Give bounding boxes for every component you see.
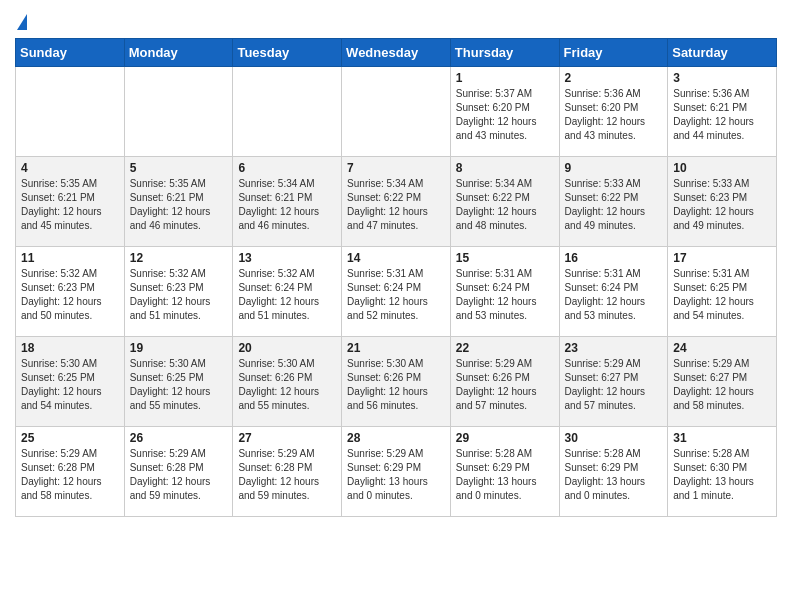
day-info: Sunrise: 5:29 AM Sunset: 6:28 PM Dayligh…: [238, 447, 336, 503]
calendar-week-row: 25Sunrise: 5:29 AM Sunset: 6:28 PM Dayli…: [16, 427, 777, 517]
calendar-day-cell: 13Sunrise: 5:32 AM Sunset: 6:24 PM Dayli…: [233, 247, 342, 337]
day-number: 28: [347, 431, 445, 445]
calendar-day-cell: 10Sunrise: 5:33 AM Sunset: 6:23 PM Dayli…: [668, 157, 777, 247]
day-number: 13: [238, 251, 336, 265]
calendar-day-cell: [233, 67, 342, 157]
header: [15, 10, 777, 32]
calendar-day-cell: 4Sunrise: 5:35 AM Sunset: 6:21 PM Daylig…: [16, 157, 125, 247]
calendar-week-row: 1Sunrise: 5:37 AM Sunset: 6:20 PM Daylig…: [16, 67, 777, 157]
calendar-day-cell: 9Sunrise: 5:33 AM Sunset: 6:22 PM Daylig…: [559, 157, 668, 247]
weekday-header-cell: Saturday: [668, 39, 777, 67]
calendar-day-cell: 14Sunrise: 5:31 AM Sunset: 6:24 PM Dayli…: [342, 247, 451, 337]
calendar-day-cell: 21Sunrise: 5:30 AM Sunset: 6:26 PM Dayli…: [342, 337, 451, 427]
calendar-day-cell: 23Sunrise: 5:29 AM Sunset: 6:27 PM Dayli…: [559, 337, 668, 427]
day-info: Sunrise: 5:29 AM Sunset: 6:26 PM Dayligh…: [456, 357, 554, 413]
calendar-day-cell: 3Sunrise: 5:36 AM Sunset: 6:21 PM Daylig…: [668, 67, 777, 157]
day-info: Sunrise: 5:29 AM Sunset: 6:27 PM Dayligh…: [565, 357, 663, 413]
day-number: 3: [673, 71, 771, 85]
day-number: 2: [565, 71, 663, 85]
calendar-day-cell: 1Sunrise: 5:37 AM Sunset: 6:20 PM Daylig…: [450, 67, 559, 157]
day-info: Sunrise: 5:36 AM Sunset: 6:21 PM Dayligh…: [673, 87, 771, 143]
day-info: Sunrise: 5:34 AM Sunset: 6:21 PM Dayligh…: [238, 177, 336, 233]
weekday-header-row: SundayMondayTuesdayWednesdayThursdayFrid…: [16, 39, 777, 67]
calendar-body: 1Sunrise: 5:37 AM Sunset: 6:20 PM Daylig…: [16, 67, 777, 517]
weekday-header-cell: Monday: [124, 39, 233, 67]
calendar-day-cell: 6Sunrise: 5:34 AM Sunset: 6:21 PM Daylig…: [233, 157, 342, 247]
page: SundayMondayTuesdayWednesdayThursdayFrid…: [0, 0, 792, 527]
calendar-day-cell: 27Sunrise: 5:29 AM Sunset: 6:28 PM Dayli…: [233, 427, 342, 517]
weekday-header-cell: Wednesday: [342, 39, 451, 67]
day-number: 11: [21, 251, 119, 265]
day-number: 1: [456, 71, 554, 85]
day-number: 6: [238, 161, 336, 175]
day-info: Sunrise: 5:31 AM Sunset: 6:24 PM Dayligh…: [456, 267, 554, 323]
calendar-week-row: 11Sunrise: 5:32 AM Sunset: 6:23 PM Dayli…: [16, 247, 777, 337]
day-info: Sunrise: 5:28 AM Sunset: 6:30 PM Dayligh…: [673, 447, 771, 503]
day-number: 30: [565, 431, 663, 445]
calendar-day-cell: 26Sunrise: 5:29 AM Sunset: 6:28 PM Dayli…: [124, 427, 233, 517]
day-number: 9: [565, 161, 663, 175]
weekday-header-cell: Friday: [559, 39, 668, 67]
calendar-day-cell: 15Sunrise: 5:31 AM Sunset: 6:24 PM Dayli…: [450, 247, 559, 337]
calendar-day-cell: 18Sunrise: 5:30 AM Sunset: 6:25 PM Dayli…: [16, 337, 125, 427]
day-info: Sunrise: 5:35 AM Sunset: 6:21 PM Dayligh…: [130, 177, 228, 233]
calendar-day-cell: 12Sunrise: 5:32 AM Sunset: 6:23 PM Dayli…: [124, 247, 233, 337]
day-number: 16: [565, 251, 663, 265]
day-number: 19: [130, 341, 228, 355]
day-number: 18: [21, 341, 119, 355]
day-info: Sunrise: 5:35 AM Sunset: 6:21 PM Dayligh…: [21, 177, 119, 233]
calendar-day-cell: [342, 67, 451, 157]
day-info: Sunrise: 5:31 AM Sunset: 6:25 PM Dayligh…: [673, 267, 771, 323]
day-info: Sunrise: 5:32 AM Sunset: 6:23 PM Dayligh…: [130, 267, 228, 323]
day-info: Sunrise: 5:33 AM Sunset: 6:22 PM Dayligh…: [565, 177, 663, 233]
day-number: 24: [673, 341, 771, 355]
calendar-day-cell: [124, 67, 233, 157]
weekday-header-cell: Thursday: [450, 39, 559, 67]
day-info: Sunrise: 5:31 AM Sunset: 6:24 PM Dayligh…: [347, 267, 445, 323]
day-info: Sunrise: 5:30 AM Sunset: 6:25 PM Dayligh…: [130, 357, 228, 413]
day-number: 17: [673, 251, 771, 265]
day-number: 20: [238, 341, 336, 355]
calendar-week-row: 4Sunrise: 5:35 AM Sunset: 6:21 PM Daylig…: [16, 157, 777, 247]
day-number: 14: [347, 251, 445, 265]
day-number: 10: [673, 161, 771, 175]
calendar-day-cell: 8Sunrise: 5:34 AM Sunset: 6:22 PM Daylig…: [450, 157, 559, 247]
day-number: 8: [456, 161, 554, 175]
day-number: 21: [347, 341, 445, 355]
day-info: Sunrise: 5:32 AM Sunset: 6:23 PM Dayligh…: [21, 267, 119, 323]
calendar-week-row: 18Sunrise: 5:30 AM Sunset: 6:25 PM Dayli…: [16, 337, 777, 427]
calendar-day-cell: 16Sunrise: 5:31 AM Sunset: 6:24 PM Dayli…: [559, 247, 668, 337]
calendar-day-cell: 29Sunrise: 5:28 AM Sunset: 6:29 PM Dayli…: [450, 427, 559, 517]
calendar-day-cell: 20Sunrise: 5:30 AM Sunset: 6:26 PM Dayli…: [233, 337, 342, 427]
weekday-header-cell: Tuesday: [233, 39, 342, 67]
day-number: 23: [565, 341, 663, 355]
day-info: Sunrise: 5:30 AM Sunset: 6:25 PM Dayligh…: [21, 357, 119, 413]
calendar-day-cell: 24Sunrise: 5:29 AM Sunset: 6:27 PM Dayli…: [668, 337, 777, 427]
day-number: 27: [238, 431, 336, 445]
day-number: 15: [456, 251, 554, 265]
day-info: Sunrise: 5:36 AM Sunset: 6:20 PM Dayligh…: [565, 87, 663, 143]
calendar-day-cell: [16, 67, 125, 157]
calendar-day-cell: 17Sunrise: 5:31 AM Sunset: 6:25 PM Dayli…: [668, 247, 777, 337]
day-info: Sunrise: 5:37 AM Sunset: 6:20 PM Dayligh…: [456, 87, 554, 143]
day-info: Sunrise: 5:29 AM Sunset: 6:27 PM Dayligh…: [673, 357, 771, 413]
day-info: Sunrise: 5:28 AM Sunset: 6:29 PM Dayligh…: [565, 447, 663, 503]
day-number: 26: [130, 431, 228, 445]
day-info: Sunrise: 5:31 AM Sunset: 6:24 PM Dayligh…: [565, 267, 663, 323]
day-number: 22: [456, 341, 554, 355]
calendar-day-cell: 22Sunrise: 5:29 AM Sunset: 6:26 PM Dayli…: [450, 337, 559, 427]
day-info: Sunrise: 5:34 AM Sunset: 6:22 PM Dayligh…: [347, 177, 445, 233]
calendar-day-cell: 30Sunrise: 5:28 AM Sunset: 6:29 PM Dayli…: [559, 427, 668, 517]
calendar-day-cell: 5Sunrise: 5:35 AM Sunset: 6:21 PM Daylig…: [124, 157, 233, 247]
day-number: 31: [673, 431, 771, 445]
day-info: Sunrise: 5:30 AM Sunset: 6:26 PM Dayligh…: [347, 357, 445, 413]
day-number: 7: [347, 161, 445, 175]
day-number: 12: [130, 251, 228, 265]
weekday-header-cell: Sunday: [16, 39, 125, 67]
calendar-day-cell: 2Sunrise: 5:36 AM Sunset: 6:20 PM Daylig…: [559, 67, 668, 157]
calendar-day-cell: 28Sunrise: 5:29 AM Sunset: 6:29 PM Dayli…: [342, 427, 451, 517]
day-info: Sunrise: 5:28 AM Sunset: 6:29 PM Dayligh…: [456, 447, 554, 503]
logo-triangle-icon: [17, 14, 27, 30]
day-info: Sunrise: 5:30 AM Sunset: 6:26 PM Dayligh…: [238, 357, 336, 413]
calendar-day-cell: 7Sunrise: 5:34 AM Sunset: 6:22 PM Daylig…: [342, 157, 451, 247]
